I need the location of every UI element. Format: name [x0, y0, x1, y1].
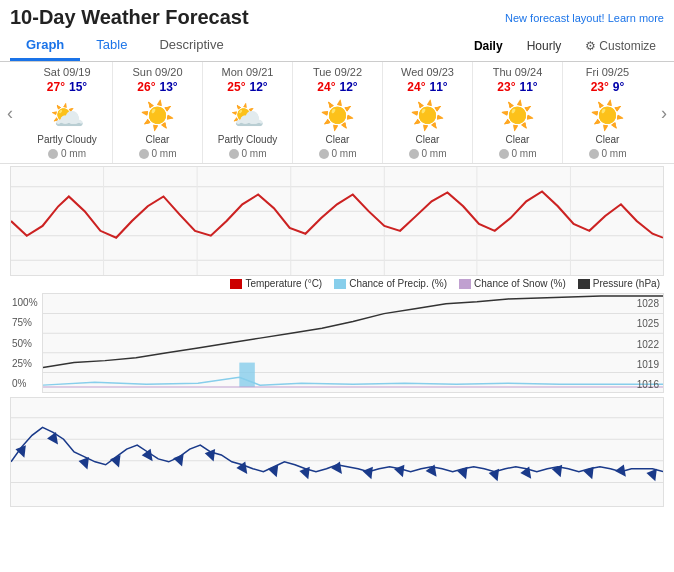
temp-low: 12°: [340, 80, 358, 94]
second-svg: [43, 294, 663, 392]
weather-desc: Clear: [506, 134, 530, 145]
legend-item: Chance of Precip. (%): [334, 278, 447, 289]
page-title: 10-Day Weather Forecast: [10, 6, 249, 29]
day-date: Mon 09/21: [222, 66, 274, 78]
pressure-ylabel: 1025: [637, 318, 659, 329]
precip-value: 0 mm: [602, 148, 627, 159]
temp-high: 23°: [591, 80, 609, 94]
day-col-6: Fri 09/25 23° 9° ☀️ Clear 0 mm: [562, 62, 652, 163]
day-col-2: Mon 09/21 25° 12° ⛅ Partly Cloudy 0 mm: [202, 62, 292, 163]
weather-desc: Partly Cloudy: [218, 134, 277, 145]
tabs-row: Graph Table Descriptive Daily Hourly ⚙ C…: [0, 31, 674, 62]
legend-color: [459, 279, 471, 289]
temp-high: 26°: [137, 80, 155, 94]
weather-grid-wrapper: ‹ Sat 09/19 27° 15° ⛅ Partly Cloudy 0 mm…: [0, 62, 674, 164]
precip-value: 0 mm: [332, 148, 357, 159]
legend-color: [578, 279, 590, 289]
wind-svg: [11, 398, 663, 506]
precip-ylabel: 75%: [12, 317, 40, 328]
top-bar: 10-Day Weather Forecast New forecast lay…: [0, 0, 674, 31]
precip-dot: [229, 149, 239, 159]
legend-item: Temperature (°C): [230, 278, 322, 289]
precip-ylabel: 25%: [12, 358, 40, 369]
right-yaxis: 10281025102210191016: [633, 294, 663, 393]
charts-area: 25 °C20 °C15 °C10 °C Temperature (°C)Cha…: [0, 166, 674, 507]
temp-low: 11°: [430, 80, 448, 94]
day-date: Sat 09/19: [43, 66, 90, 78]
legend-label: Temperature (°C): [245, 278, 322, 289]
temps: 24° 11°: [407, 80, 447, 94]
precip-ylabel: 50%: [12, 338, 40, 349]
temp-high: 25°: [227, 80, 245, 94]
daily-button[interactable]: Daily: [466, 37, 511, 55]
learn-more-link[interactable]: Learn more: [608, 12, 664, 24]
precip-value: 0 mm: [422, 148, 447, 159]
pressure-ylabel: 1016: [637, 379, 659, 390]
temp-low: 15°: [69, 80, 87, 94]
weather-icon: ☀️: [500, 99, 535, 132]
svg-marker-27: [268, 462, 284, 477]
svg-marker-34: [489, 466, 505, 481]
day-col-1: Sun 09/20 26° 13° ☀️ Clear 0 mm: [112, 62, 202, 163]
day-date: Sun 09/20: [132, 66, 182, 78]
temp-chart: [10, 166, 664, 276]
customize-button[interactable]: ⚙ Customize: [577, 37, 664, 55]
svg-marker-37: [583, 464, 599, 479]
second-chart-section: 100%75%50%25%0% 10281025102210191016: [10, 293, 664, 393]
precip-dot: [319, 149, 329, 159]
weather-desc: Clear: [326, 134, 350, 145]
precip-row: 0 mm: [499, 148, 537, 159]
weather-icon: ⛅: [230, 99, 265, 132]
wind-arrows: [15, 430, 662, 481]
tab-descriptive[interactable]: Descriptive: [143, 31, 239, 61]
temp-chart-section: 25 °C20 °C15 °C10 °C: [10, 166, 664, 276]
precip-row: 0 mm: [229, 148, 267, 159]
precip-dot: [589, 149, 599, 159]
precip-row: 0 mm: [589, 148, 627, 159]
gear-icon: ⚙: [585, 39, 596, 53]
temps: 26° 13°: [137, 80, 177, 94]
precip-row: 0 mm: [139, 148, 177, 159]
temp-svg: [11, 167, 663, 275]
legend-label: Chance of Precip. (%): [349, 278, 447, 289]
temps: 23° 11°: [497, 80, 537, 94]
svg-marker-21: [79, 454, 95, 469]
legend-row: Temperature (°C)Chance of Precip. (%)Cha…: [10, 276, 664, 291]
precip-dot: [499, 149, 509, 159]
day-date: Fri 09/25: [586, 66, 629, 78]
temp-low: 12°: [250, 80, 268, 94]
temp-high: 27°: [47, 80, 65, 94]
weather-desc: Clear: [596, 134, 620, 145]
weather-icon: ☀️: [410, 99, 445, 132]
legend-item: Pressure (hPa): [578, 278, 660, 289]
promo-text: New forecast layout!: [505, 12, 605, 24]
weather-icon: ⛅: [50, 99, 85, 132]
day-date: Tue 09/22: [313, 66, 362, 78]
pressure-ylabel: 1019: [637, 359, 659, 370]
promo-link[interactable]: New forecast layout! Learn more: [505, 12, 664, 24]
temp-low: 9°: [613, 80, 624, 94]
next-arrow[interactable]: ›: [654, 83, 674, 143]
wind-chart-section: 252015105: [10, 395, 664, 507]
svg-marker-26: [236, 460, 252, 474]
hourly-button[interactable]: Hourly: [519, 37, 570, 55]
precip-ylabel: 100%: [12, 297, 40, 308]
temp-high: 23°: [497, 80, 515, 94]
wind-chart: [10, 397, 664, 507]
tabs-right: Daily Hourly ⚙ Customize: [466, 37, 664, 55]
customize-label: Customize: [599, 39, 656, 53]
weather-desc: Clear: [416, 134, 440, 145]
precip-ylabel: 0%: [12, 378, 40, 389]
precip-dot: [139, 149, 149, 159]
tab-table[interactable]: Table: [80, 31, 143, 61]
tab-graph[interactable]: Graph: [10, 31, 80, 61]
day-date: Wed 09/23: [401, 66, 454, 78]
weather-grid: Sat 09/19 27° 15° ⛅ Partly Cloudy 0 mm S…: [0, 62, 674, 164]
precip-value: 0 mm: [152, 148, 177, 159]
prev-arrow[interactable]: ‹: [0, 83, 20, 143]
pressure-ylabel: 1022: [637, 339, 659, 350]
legend-item: Chance of Snow (%): [459, 278, 566, 289]
temp-high: 24°: [407, 80, 425, 94]
day-col-5: Thu 09/24 23° 11° ☀️ Clear 0 mm: [472, 62, 562, 163]
day-col-4: Wed 09/23 24° 11° ☀️ Clear 0 mm: [382, 62, 472, 163]
